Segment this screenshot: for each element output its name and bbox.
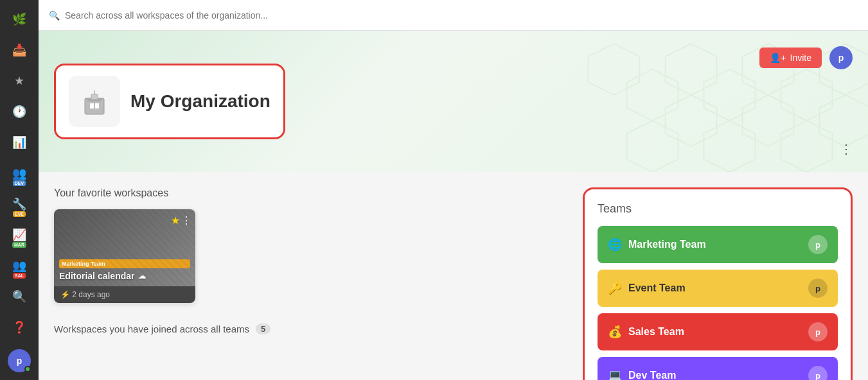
people-dev-icon: 👥 [12,166,26,180]
event-name: Event Team [628,282,686,294]
svg-marker-3 [704,69,756,121]
online-status-dot [24,366,31,372]
marketing-avatar: p [808,235,828,254]
left-section: Your favorite workspaces ★ ⋮ Marketing T… [54,187,557,380]
sidebar-icon-inbox[interactable]: 📥 [5,36,33,64]
svg-marker-8 [666,95,717,146]
svg-rect-14 [90,103,94,108]
team-item-marketing[interactable]: 🌐 Marketing Team p [598,226,838,263]
workspace-star-icon[interactable]: ★ [171,214,180,227]
sidebar-icon-chart[interactable]: 📊 [5,128,33,157]
workspace-sync-icon: ☁ [138,272,146,281]
svg-marker-9 [704,121,756,172]
sidebar-icon-eve[interactable]: 🔧 EVE [5,190,33,218]
team-sales-left: 💰 Sales Team [608,325,684,339]
workspace-card[interactable]: ★ ⋮ Marketing Team Editorial calendar ☁ … [54,209,195,303]
svg-marker-11 [781,121,833,172]
dev-avatar: p [808,366,828,380]
search-icon: 🔍 [49,10,60,21]
workspace-time-ago: ⚡ 2 days ago [60,290,110,299]
sidebar-icon-tree[interactable]: 🌿 [5,5,33,33]
workspace-footer: ⚡ 2 days ago [54,286,195,303]
sidebar-icon-team-dev[interactable]: 👥 DEV [5,159,33,187]
joined-count: 5 [256,324,270,334]
body-content: Your favorite workspaces ★ ⋮ Marketing T… [39,172,868,380]
teams-title: Teams [598,202,838,216]
sidebar-icon-star[interactable]: ★ [5,67,33,95]
marketing-icon: 🌐 [608,238,622,252]
event-avatar: p [808,279,828,298]
sidebar-icon-clock[interactable]: 🕐 [5,98,33,126]
search-input[interactable] [65,10,322,21]
svg-marker-0 [589,44,640,95]
svg-marker-5 [781,69,833,121]
team-event-left: 🔑 Event Team [608,281,686,295]
svg-rect-17 [91,94,98,99]
search-bar: 🔍 [49,10,322,21]
dev-name: Dev Team [628,370,676,380]
tree-icon: 🌿 [12,12,26,26]
workspace-more-icon[interactable]: ⋮ [181,214,191,227]
search-sidebar-icon: 🔍 [12,289,26,304]
sales-name: Sales Team [628,326,684,338]
content-area: My Organization 👤+ Invite p ⋮ Your favor… [39,31,868,380]
sidebar: 🌿 📥 ★ 🕐 📊 👥 DEV 🔧 EVE 📈 MAR 👥 SAL 🔍 ❓ p [0,0,39,380]
marketing-name: Marketing Team [628,239,706,250]
analytics-icon: 📈 [12,228,26,242]
svg-marker-1 [627,69,678,121]
favorites-title: Your favorite workspaces [54,187,557,199]
topbar: 🔍 [39,0,868,31]
hero-more-button[interactable]: ⋮ [840,141,853,157]
svg-marker-12 [820,95,869,146]
sal-badge: SAL [13,273,26,279]
sidebar-icon-help[interactable]: ❓ [5,313,33,341]
org-icon [69,76,120,127]
dev-icon: 💻 [608,368,622,380]
people-sal-icon: 👥 [12,259,26,273]
sidebar-icon-search[interactable]: 🔍 [5,282,33,311]
help-icon: ❓ [12,320,26,334]
svg-rect-15 [95,103,99,108]
team-marketing-left: 🌐 Marketing Team [608,238,706,252]
star-icon: ★ [14,74,24,88]
workspace-team-badge: Marketing Team [59,259,190,268]
sales-avatar: p [808,322,828,341]
tool-icon: 🔧 [12,197,26,211]
workspace-name: Editorial calendar ☁ [59,271,190,281]
invite-button[interactable]: 👤+ Invite [759,48,822,68]
sales-icon: 💰 [608,325,622,339]
org-card[interactable]: My Organization [54,64,285,139]
workspaces-joined: Workspaces you have joined across all te… [54,324,557,334]
team-dev-left: 💻 Dev Team [608,368,676,380]
sidebar-icon-sal[interactable]: 👥 SAL [5,252,33,280]
eve-badge: EVE [13,211,26,217]
svg-marker-2 [666,44,717,95]
team-item-dev[interactable]: 💻 Dev Team p [598,357,838,380]
workspace-card-image: ★ ⋮ Marketing Team Editorial calendar ☁ [54,209,195,286]
team-item-event[interactable]: 🔑 Event Team p [598,270,838,307]
right-section: Teams 🌐 Marketing Team p 🔑 E [583,187,853,380]
more-icon: ⋮ [840,142,853,156]
team-item-sales[interactable]: 💰 Sales Team p [598,313,838,350]
dev-badge: DEV [13,180,26,186]
joined-text: Workspaces you have joined across all te… [54,324,249,334]
hero-banner: My Organization 👤+ Invite p ⋮ [39,31,868,172]
main-content: 🔍 [39,0,868,380]
clock-icon: 🕐 [12,105,26,119]
hero-user-avatar[interactable]: p [829,46,853,69]
inbox-icon: 📥 [12,43,26,57]
org-name: My Organization [130,91,270,112]
invite-icon: 👤+ [770,53,786,63]
sidebar-icon-mar[interactable]: 📈 MAR [5,221,33,249]
hero-actions: 👤+ Invite p [759,46,853,69]
teams-container: Teams 🌐 Marketing Team p 🔑 E [583,187,853,380]
event-icon: 🔑 [608,281,622,295]
sidebar-user-avatar[interactable]: p [8,349,31,372]
svg-marker-10 [743,95,794,146]
mar-badge: MAR [12,242,26,248]
svg-marker-7 [627,121,678,172]
chart-icon: 📊 [12,135,26,150]
